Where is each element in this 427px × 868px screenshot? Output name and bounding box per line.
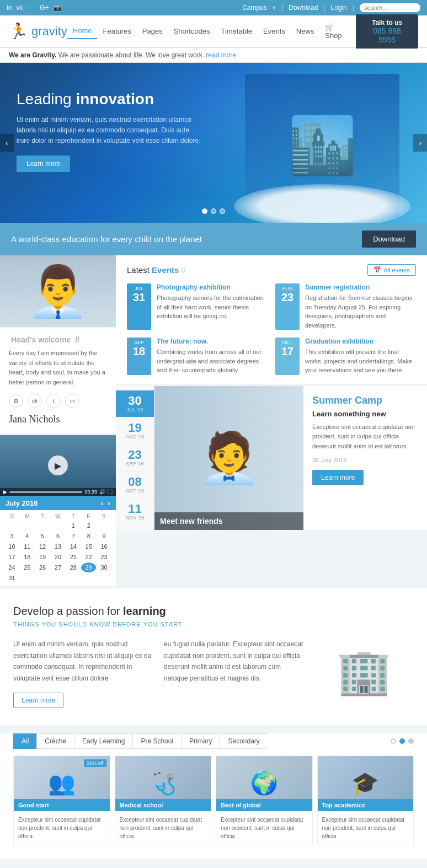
- cal-day[interactable]: 18: [20, 552, 35, 562]
- linkedin-icon[interactable]: in: [7, 4, 12, 12]
- nav-shortcodes[interactable]: Shortcodes: [168, 24, 216, 39]
- cal-day[interactable]: 25: [20, 562, 35, 572]
- cal-day[interactable]: 19: [35, 552, 50, 562]
- course-card-image: 🩺 Medical school: [115, 756, 211, 811]
- cal-day[interactable]: 7: [66, 531, 81, 541]
- cal-day-today[interactable]: 29: [81, 562, 96, 572]
- play-button[interactable]: ▶: [48, 456, 68, 475]
- event-info: Summer registration Registration for Sum…: [305, 283, 416, 330]
- course-card: 🌍 Best of global Excepteur sint occaecat…: [216, 756, 313, 845]
- video-progress-bar[interactable]: [9, 491, 82, 493]
- event-title[interactable]: The future; now.: [157, 337, 268, 345]
- filter-tab-early-learning[interactable]: Early Learning: [74, 733, 132, 749]
- course-cards: 👥 20% off Good start Excepteur sint occa…: [0, 749, 427, 859]
- cal-day[interactable]: 5: [35, 531, 50, 541]
- cal-day[interactable]: 24: [4, 562, 19, 572]
- cal-day[interactable]: 15: [81, 542, 96, 551]
- calendar-prev-button[interactable]: ‹: [101, 499, 104, 507]
- filter-tab-secondary[interactable]: Secondary: [220, 733, 267, 749]
- social-vk-icon[interactable]: vk: [28, 394, 42, 408]
- event-title[interactable]: Photography exhibition: [157, 283, 268, 291]
- course-card-image: 🌍 Best of global: [216, 756, 312, 811]
- cal-day[interactable]: 27: [51, 562, 66, 572]
- learning-body: Ut enim ad minim veniam, quis nostrud ex…: [13, 639, 414, 708]
- cal-day[interactable]: 26: [35, 562, 50, 572]
- cal-day[interactable]: 30: [97, 562, 111, 572]
- cal-day[interactable]: 17: [4, 552, 19, 562]
- filter-tab-preschool[interactable]: Pre School: [132, 733, 181, 749]
- search-input[interactable]: [360, 3, 420, 12]
- video-block[interactable]: ▶ ▶ 00:33 🔊 ⛶: [0, 435, 116, 496]
- all-events-button[interactable]: 📅 All events: [367, 264, 416, 276]
- timeline-item[interactable]: 19 AUG '16: [116, 417, 154, 444]
- social-linkedin-icon[interactable]: in: [65, 394, 79, 408]
- timeline-item[interactable]: 11 NOV '16: [116, 499, 154, 526]
- filter-dot-1[interactable]: [399, 738, 405, 744]
- cal-day[interactable]: 21: [66, 552, 81, 562]
- event-title[interactable]: Graduation exhibition: [305, 337, 416, 345]
- camp-learn-more-button[interactable]: Learn more: [312, 470, 364, 485]
- timeline-item[interactable]: 08 OCT '16: [116, 471, 154, 499]
- cal-day[interactable]: 12: [35, 542, 50, 551]
- instagram-icon[interactable]: 📷: [54, 4, 62, 12]
- hero-learn-more-button[interactable]: Learn more: [17, 156, 70, 172]
- cal-day[interactable]: 6: [51, 531, 66, 541]
- hero-next-button[interactable]: ›: [413, 134, 427, 152]
- volume-icon[interactable]: 🔊: [99, 489, 105, 495]
- social-twitter-icon[interactable]: t: [46, 394, 61, 408]
- googleplus-icon[interactable]: G+: [40, 4, 49, 12]
- nav-features[interactable]: Features: [97, 24, 136, 39]
- cal-day[interactable]: 1: [66, 521, 81, 531]
- hero-prev-button[interactable]: ‹: [0, 134, 14, 152]
- camp-image-overlay: Meet new friends: [154, 512, 303, 530]
- nav-news[interactable]: News: [291, 24, 320, 39]
- cal-day[interactable]: 10: [4, 542, 19, 551]
- hero-dot-1[interactable]: [202, 208, 207, 214]
- cal-day[interactable]: 11: [20, 542, 35, 551]
- filter-tab-creche[interactable]: Crèche: [36, 733, 74, 749]
- fullscreen-icon[interactable]: ⛶: [108, 489, 113, 495]
- filter-tab-primary[interactable]: Primary: [181, 733, 220, 749]
- cal-day[interactable]: 13: [51, 542, 66, 551]
- notice-read-more[interactable]: read more: [206, 51, 236, 59]
- twitter-icon[interactable]: 🐦: [27, 4, 35, 12]
- nav-shop[interactable]: 🛒 Shop: [319, 20, 356, 43]
- cal-day[interactable]: 9: [97, 531, 111, 541]
- timeline-item[interactable]: 23 SEP '16: [116, 444, 154, 471]
- hero-dot-2[interactable]: [211, 208, 216, 214]
- hero-dot-3[interactable]: [220, 208, 225, 214]
- nav-events[interactable]: Events: [258, 24, 291, 39]
- camp-image-bg: 🧑‍💼: [154, 386, 303, 530]
- cal-day[interactable]: 8: [81, 531, 96, 541]
- cal-day[interactable]: 20: [51, 552, 66, 562]
- login-link[interactable]: Login: [331, 4, 347, 12]
- cal-day[interactable]: 4: [20, 531, 35, 541]
- campus-link[interactable]: Campus: [242, 4, 267, 12]
- filter-dot-outline[interactable]: [391, 738, 396, 744]
- vk-icon[interactable]: vk: [16, 4, 23, 12]
- nav-timetable[interactable]: Timetable: [215, 24, 258, 39]
- filter-tab-all[interactable]: All: [13, 733, 36, 749]
- cal-day[interactable]: 23: [97, 552, 111, 562]
- cal-day[interactable]: 31: [4, 573, 19, 583]
- event-title[interactable]: Summer registration: [305, 283, 416, 291]
- logo[interactable]: 🏃 gravity: [9, 22, 67, 40]
- filter-dot-2[interactable]: [408, 738, 414, 744]
- cal-day[interactable]: 3: [4, 531, 19, 541]
- learning-title: Develop a passion for learning: [13, 605, 414, 618]
- nav-home[interactable]: Home: [67, 23, 98, 39]
- download-banner-text: A world-class education for every child …: [11, 234, 202, 244]
- cal-day[interactable]: 22: [81, 552, 96, 562]
- cal-day[interactable]: 2: [81, 521, 96, 531]
- cal-day[interactable]: 14: [66, 542, 81, 551]
- timeline-item[interactable]: 30 JUL '16: [116, 390, 154, 417]
- calendar-next-button[interactable]: ›: [108, 499, 110, 507]
- learning-learn-more-button[interactable]: Learn more: [13, 693, 63, 708]
- social-settings-icon[interactable]: ⚙: [9, 394, 23, 408]
- play-icon[interactable]: ▶: [3, 489, 7, 495]
- cal-day[interactable]: 16: [97, 542, 111, 551]
- nav-pages[interactable]: Pages: [137, 24, 168, 39]
- download-link[interactable]: Download: [289, 4, 318, 12]
- cal-day[interactable]: 28: [66, 562, 81, 572]
- download-button[interactable]: Download: [362, 231, 416, 248]
